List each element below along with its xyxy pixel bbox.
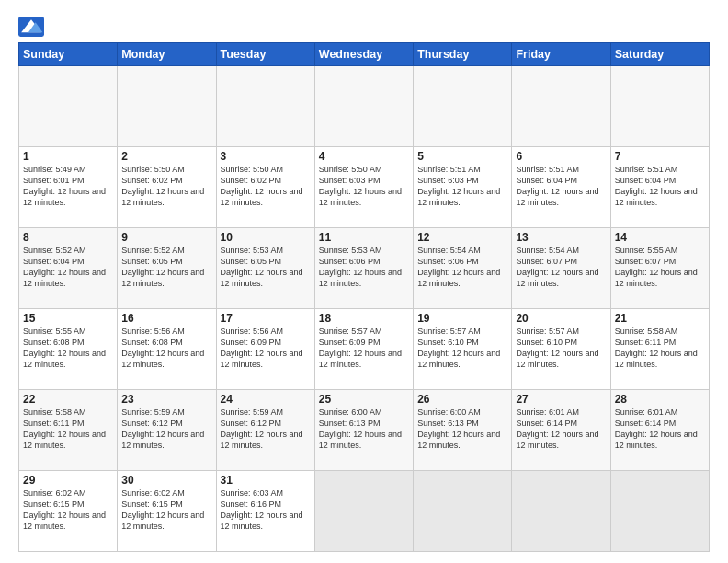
day-info: Sunrise: 5:54 AMSunset: 6:06 PMDaylight:… (417, 245, 507, 290)
day-info: Sunrise: 5:58 AMSunset: 6:11 PMDaylight:… (23, 407, 113, 452)
day-number: 1 (23, 150, 113, 163)
calendar-cell: 22Sunrise: 5:58 AMSunset: 6:11 PMDayligh… (19, 390, 118, 471)
calendar-cell: 4Sunrise: 5:50 AMSunset: 6:03 PMDaylight… (314, 147, 413, 228)
day-number: 19 (417, 312, 507, 325)
day-number: 30 (121, 474, 211, 487)
calendar-cell (512, 66, 610, 147)
day-number: 9 (121, 231, 211, 244)
day-info: Sunrise: 5:51 AMSunset: 6:03 PMDaylight:… (417, 164, 507, 209)
day-number: 8 (23, 231, 113, 244)
calendar-cell: 20Sunrise: 5:57 AMSunset: 6:10 PMDayligh… (512, 309, 610, 390)
calendar-cell: 13Sunrise: 5:54 AMSunset: 6:07 PMDayligh… (512, 228, 610, 309)
day-number: 25 (319, 393, 409, 406)
day-of-week-thursday: Thursday (414, 43, 512, 66)
day-info: Sunrise: 5:53 AMSunset: 6:05 PMDaylight:… (221, 245, 311, 290)
calendar-cell: 14Sunrise: 5:55 AMSunset: 6:07 PMDayligh… (610, 228, 709, 309)
day-of-week-sunday: Sunday (19, 43, 118, 66)
day-number: 27 (516, 393, 606, 406)
logo (18, 17, 48, 37)
calendar-cell: 27Sunrise: 6:01 AMSunset: 6:14 PMDayligh… (512, 390, 610, 471)
day-info: Sunrise: 5:50 AMSunset: 6:02 PMDaylight:… (221, 164, 311, 209)
day-of-week-wednesday: Wednesday (314, 43, 413, 66)
day-info: Sunrise: 5:57 AMSunset: 6:09 PMDaylight:… (319, 326, 409, 371)
day-number: 15 (23, 312, 113, 325)
day-number: 21 (615, 312, 705, 325)
week-row-1: 1Sunrise: 5:49 AMSunset: 6:01 PMDaylight… (19, 147, 710, 228)
week-row-3: 15Sunrise: 5:55 AMSunset: 6:08 PMDayligh… (19, 309, 710, 390)
calendar-cell: 12Sunrise: 5:54 AMSunset: 6:06 PMDayligh… (414, 228, 512, 309)
day-number: 26 (417, 393, 507, 406)
calendar-cell: 6Sunrise: 5:51 AMSunset: 6:04 PMDaylight… (512, 147, 610, 228)
calendar-cell (216, 66, 314, 147)
day-info: Sunrise: 5:57 AMSunset: 6:10 PMDaylight:… (417, 326, 507, 371)
day-info: Sunrise: 6:00 AMSunset: 6:13 PMDaylight:… (417, 407, 507, 452)
day-number: 6 (516, 150, 606, 163)
calendar-cell (610, 471, 709, 552)
day-number: 7 (615, 150, 705, 163)
calendar-cell: 2Sunrise: 5:50 AMSunset: 6:02 PMDaylight… (118, 147, 216, 228)
calendar-cell: 3Sunrise: 5:50 AMSunset: 6:02 PMDaylight… (216, 147, 314, 228)
calendar-cell: 26Sunrise: 6:00 AMSunset: 6:13 PMDayligh… (414, 390, 512, 471)
day-number: 11 (319, 231, 409, 244)
day-number: 29 (23, 474, 113, 487)
day-info: Sunrise: 5:59 AMSunset: 6:12 PMDaylight:… (221, 407, 311, 452)
day-number: 31 (221, 474, 311, 487)
day-of-week-saturday: Saturday (610, 43, 709, 66)
calendar-cell: 24Sunrise: 5:59 AMSunset: 6:12 PMDayligh… (216, 390, 314, 471)
day-info: Sunrise: 6:00 AMSunset: 6:13 PMDaylight:… (319, 407, 409, 452)
week-row-5: 29Sunrise: 6:02 AMSunset: 6:15 PMDayligh… (19, 471, 710, 552)
calendar-cell (314, 471, 413, 552)
calendar-cell: 18Sunrise: 5:57 AMSunset: 6:09 PMDayligh… (314, 309, 413, 390)
calendar-cell: 19Sunrise: 5:57 AMSunset: 6:10 PMDayligh… (414, 309, 512, 390)
day-number: 20 (516, 312, 606, 325)
day-number: 14 (615, 231, 705, 244)
calendar-cell (314, 66, 413, 147)
calendar-cell: 8Sunrise: 5:52 AMSunset: 6:04 PMDaylight… (19, 228, 118, 309)
day-number: 16 (121, 312, 211, 325)
calendar-cell (19, 66, 118, 147)
calendar-cell: 15Sunrise: 5:55 AMSunset: 6:08 PMDayligh… (19, 309, 118, 390)
day-info: Sunrise: 5:56 AMSunset: 6:08 PMDaylight:… (121, 326, 211, 371)
calendar: SundayMondayTuesdayWednesdayThursdayFrid… (18, 42, 710, 552)
day-info: Sunrise: 5:49 AMSunset: 6:01 PMDaylight:… (23, 164, 113, 209)
day-number: 10 (221, 231, 311, 244)
day-info: Sunrise: 6:03 AMSunset: 6:16 PMDaylight:… (221, 488, 311, 533)
day-info: Sunrise: 5:55 AMSunset: 6:07 PMDaylight:… (615, 245, 705, 290)
calendar-cell: 28Sunrise: 6:01 AMSunset: 6:14 PMDayligh… (610, 390, 709, 471)
calendar-cell: 29Sunrise: 6:02 AMSunset: 6:15 PMDayligh… (19, 471, 118, 552)
calendar-cell: 9Sunrise: 5:52 AMSunset: 6:05 PMDaylight… (118, 228, 216, 309)
calendar-cell (414, 66, 512, 147)
day-number: 3 (221, 150, 311, 163)
day-info: Sunrise: 5:57 AMSunset: 6:10 PMDaylight:… (516, 326, 606, 371)
day-info: Sunrise: 6:01 AMSunset: 6:14 PMDaylight:… (516, 407, 606, 452)
day-info: Sunrise: 5:53 AMSunset: 6:06 PMDaylight:… (319, 245, 409, 290)
day-info: Sunrise: 5:55 AMSunset: 6:08 PMDaylight:… (23, 326, 113, 371)
calendar-cell: 7Sunrise: 5:51 AMSunset: 6:04 PMDaylight… (610, 147, 709, 228)
calendar-cell: 25Sunrise: 6:00 AMSunset: 6:13 PMDayligh… (314, 390, 413, 471)
day-info: Sunrise: 5:52 AMSunset: 6:04 PMDaylight:… (23, 245, 113, 290)
calendar-cell: 30Sunrise: 6:02 AMSunset: 6:15 PMDayligh… (118, 471, 216, 552)
day-info: Sunrise: 5:54 AMSunset: 6:07 PMDaylight:… (516, 245, 606, 290)
calendar-cell: 17Sunrise: 5:56 AMSunset: 6:09 PMDayligh… (216, 309, 314, 390)
calendar-cell: 21Sunrise: 5:58 AMSunset: 6:11 PMDayligh… (610, 309, 709, 390)
day-number: 17 (221, 312, 311, 325)
week-row-0 (19, 66, 710, 147)
calendar-cell (512, 471, 610, 552)
day-number: 5 (417, 150, 507, 163)
calendar-cell: 31Sunrise: 6:03 AMSunset: 6:16 PMDayligh… (216, 471, 314, 552)
day-info: Sunrise: 5:50 AMSunset: 6:03 PMDaylight:… (319, 164, 409, 209)
calendar-cell (610, 66, 709, 147)
day-info: Sunrise: 5:51 AMSunset: 6:04 PMDaylight:… (516, 164, 606, 209)
day-info: Sunrise: 5:56 AMSunset: 6:09 PMDaylight:… (221, 326, 311, 371)
day-number: 18 (319, 312, 409, 325)
calendar-cell: 16Sunrise: 5:56 AMSunset: 6:08 PMDayligh… (118, 309, 216, 390)
calendar-cell: 1Sunrise: 5:49 AMSunset: 6:01 PMDaylight… (19, 147, 118, 228)
day-number: 24 (221, 393, 311, 406)
day-of-week-monday: Monday (118, 43, 216, 66)
calendar-cell: 5Sunrise: 5:51 AMSunset: 6:03 PMDaylight… (414, 147, 512, 228)
logo-icon (18, 17, 44, 37)
calendar-cell: 11Sunrise: 5:53 AMSunset: 6:06 PMDayligh… (314, 228, 413, 309)
week-row-4: 22Sunrise: 5:58 AMSunset: 6:11 PMDayligh… (19, 390, 710, 471)
day-info: Sunrise: 6:02 AMSunset: 6:15 PMDaylight:… (121, 488, 211, 533)
calendar-cell: 23Sunrise: 5:59 AMSunset: 6:12 PMDayligh… (118, 390, 216, 471)
